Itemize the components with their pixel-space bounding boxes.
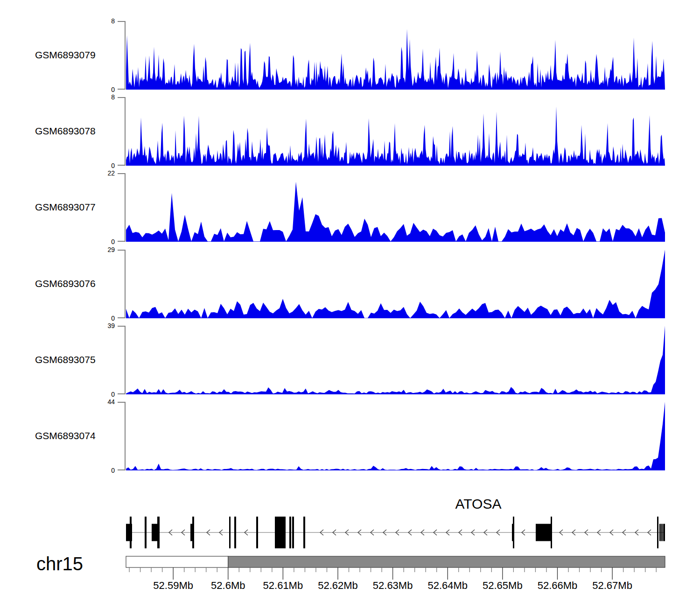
exon xyxy=(234,517,236,548)
exon xyxy=(292,517,294,548)
coverage-polygon xyxy=(126,29,665,90)
exon xyxy=(275,517,286,548)
y-max-label: 29 xyxy=(107,246,115,253)
coverage-track: GSM6893079 8 0 xyxy=(35,17,665,93)
y-zero-label: 0 xyxy=(111,391,115,398)
y-max-label: 8 xyxy=(111,17,115,25)
coverage-track: GSM6893075 39 0 xyxy=(35,322,665,398)
major-tick-label: 52.6Mb xyxy=(211,580,245,591)
genome-axis: chr15 52.59Mb52.6Mb52.61Mb52.62Mb52.63Mb… xyxy=(36,553,665,591)
coverage-area xyxy=(126,250,665,318)
coverage-area xyxy=(126,402,665,470)
y-zero-label: 0 xyxy=(111,238,115,245)
genome-browser-figure: GSM6893079 8 0 GSM6893078 8 0 GSM6893077… xyxy=(0,0,700,616)
major-tick-label: 52.65Mb xyxy=(483,580,523,591)
y-zero-label: 0 xyxy=(111,86,115,93)
gene-name-label: ATOSA xyxy=(455,496,502,511)
exon xyxy=(657,517,658,548)
exon xyxy=(130,517,132,548)
y-zero-label: 0 xyxy=(111,315,115,322)
axis-band-shaded xyxy=(228,556,665,567)
exon xyxy=(229,517,231,548)
track-label: GSM6893074 xyxy=(35,430,96,441)
coverage-polygon xyxy=(126,402,665,470)
major-tick-label: 52.61Mb xyxy=(263,580,303,591)
axis-band xyxy=(126,556,665,567)
track-label: GSM6893075 xyxy=(35,354,96,365)
major-tick-label: 52.63Mb xyxy=(373,580,413,591)
axis-band-plain xyxy=(126,556,228,567)
coverage-polygon xyxy=(126,326,665,394)
y-zero-label: 0 xyxy=(111,467,115,474)
major-tick-label: 52.66Mb xyxy=(538,580,578,591)
exon xyxy=(289,517,291,548)
coverage-track: GSM6893076 29 0 xyxy=(35,246,665,322)
coverage-polygon xyxy=(126,250,665,318)
track-label: GSM6893078 xyxy=(35,126,96,136)
major-tick-label: 52.59Mb xyxy=(153,580,193,591)
exon xyxy=(145,517,147,548)
exon xyxy=(661,524,663,541)
coverage-area xyxy=(126,326,665,394)
exon xyxy=(663,524,665,541)
exon xyxy=(192,517,194,548)
coverage-area xyxy=(126,106,665,166)
exon xyxy=(256,517,258,548)
track-label: GSM6893079 xyxy=(35,49,96,60)
track-label: GSM6893077 xyxy=(35,202,96,212)
coverage-track: GSM6893077 22 0 xyxy=(35,169,665,245)
chromosome-label: chr15 xyxy=(36,553,83,574)
y-max-label: 8 xyxy=(111,93,115,101)
coverage-area xyxy=(126,182,665,242)
y-max-label: 44 xyxy=(107,398,115,406)
y-max-label: 22 xyxy=(107,169,115,177)
exon xyxy=(659,524,661,541)
major-tick-label: 52.62Mb xyxy=(318,580,358,591)
exon xyxy=(551,517,552,548)
coverage-track: GSM6893078 8 0 xyxy=(35,93,665,169)
coverage-area xyxy=(126,29,665,90)
major-tick-label: 52.64Mb xyxy=(427,580,468,591)
coverage-track: GSM6893074 44 0 xyxy=(35,398,665,474)
exon xyxy=(536,524,551,541)
exon xyxy=(157,517,160,548)
y-max-label: 39 xyxy=(107,322,115,329)
y-zero-label: 0 xyxy=(111,162,115,169)
exon xyxy=(513,517,514,548)
track-label: GSM6893076 xyxy=(35,278,96,289)
coverage-polygon xyxy=(126,106,665,166)
axis-ticks: 52.59Mb52.6Mb52.61Mb52.62Mb52.63Mb52.64M… xyxy=(129,567,656,591)
major-tick-label: 52.67Mb xyxy=(592,580,632,591)
exon xyxy=(303,517,305,548)
coverage-polygon xyxy=(126,182,665,242)
gene-track: ATOSA xyxy=(126,496,665,548)
